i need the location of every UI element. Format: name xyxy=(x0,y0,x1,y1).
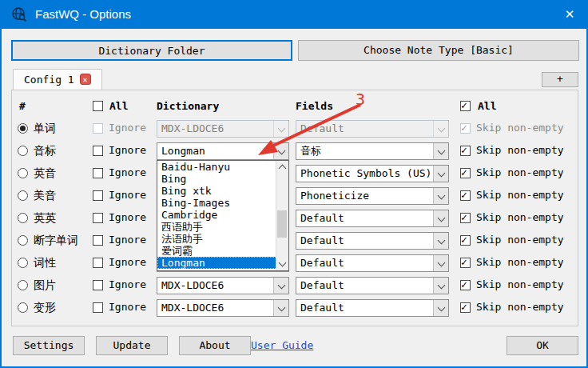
user-guide-link[interactable]: User Guide xyxy=(251,336,313,355)
dictionary-select[interactable]: MDX-LDOCE6 xyxy=(157,277,289,294)
column-header-dictionary: Dictionary xyxy=(157,100,219,112)
ignore-label: Ignore xyxy=(109,234,146,246)
skip-label: Skip non-empty xyxy=(476,166,564,178)
app-globe-search-icon xyxy=(11,6,27,22)
hyphenation-radio[interactable] xyxy=(18,235,28,246)
skip-checkbox[interactable] xyxy=(460,213,471,223)
row-label: 美音 xyxy=(34,189,56,203)
choose-note-type-button[interactable]: Choose Note Type [Basic] xyxy=(298,40,579,61)
skip-label: Skip non-empty xyxy=(476,256,564,268)
row-label: 图片 xyxy=(34,278,56,293)
dropdown-item-selected[interactable]: Longman xyxy=(157,257,288,269)
field-select[interactable]: Default xyxy=(296,299,449,317)
field-select[interactable]: Default xyxy=(296,210,449,227)
add-tab-button[interactable]: + xyxy=(542,72,578,87)
skip-label: Skip non-empty xyxy=(476,144,564,156)
update-button[interactable]: Update xyxy=(96,336,168,355)
dropdown-scrollbar[interactable] xyxy=(276,161,288,270)
scroll-down-icon[interactable] xyxy=(279,259,287,267)
dictionary-select[interactable]: MDX-LDOCE6 xyxy=(157,299,289,317)
en-def-radio[interactable] xyxy=(18,213,28,223)
skip-checkbox[interactable] xyxy=(460,190,471,201)
ignore-checkbox[interactable] xyxy=(93,258,103,268)
tab-config-1[interactable]: Config 1✕ xyxy=(13,69,102,90)
skip-label: Skip non-empty xyxy=(476,278,564,290)
word-radio[interactable] xyxy=(18,123,28,134)
skip-checkbox[interactable] xyxy=(460,302,471,313)
dropdown-item[interactable]: 西语助手 xyxy=(157,221,288,233)
table-row-inflection: 变形 Ignore MDX-LDOCE6 Default Skip non-em… xyxy=(2,299,588,317)
skip-checkbox[interactable] xyxy=(460,258,471,268)
field-select[interactable]: 音标 xyxy=(296,142,449,160)
ignore-checkbox[interactable] xyxy=(93,235,103,246)
field-select[interactable]: Default xyxy=(296,254,449,272)
dropdown-item[interactable]: 法语助手 xyxy=(157,233,288,245)
settings-button[interactable]: Settings xyxy=(13,336,85,355)
ignore-label: Ignore xyxy=(109,301,146,313)
ignore-label: Ignore xyxy=(109,144,146,156)
ignore-checkbox xyxy=(93,123,103,134)
column-header-all-right: All xyxy=(478,100,496,112)
ignore-label: Ignore xyxy=(109,211,146,223)
ok-button[interactable]: OK xyxy=(507,336,578,355)
table-row-pos: 词性 Ignore Default Skip non-empty xyxy=(2,254,588,272)
inflection-radio[interactable] xyxy=(18,302,28,313)
title-bar: FastWQ - Options ✕ xyxy=(0,0,588,29)
dropdown-item[interactable]: 爱词霸 xyxy=(157,245,288,257)
ignore-checkbox[interactable] xyxy=(93,168,103,178)
ignore-checkbox[interactable] xyxy=(93,190,103,201)
ignore-label: Ignore xyxy=(109,166,146,178)
ignore-checkbox[interactable] xyxy=(93,213,103,223)
all-skip-checkbox[interactable] xyxy=(460,101,471,111)
dictionary-select-open[interactable]: Longman xyxy=(157,142,289,160)
skip-label: Skip non-empty xyxy=(476,122,564,134)
skip-checkbox[interactable] xyxy=(460,235,471,246)
table-row-image: 图片 Ignore MDX-LDOCE6 Default Skip non-em… xyxy=(2,277,588,294)
column-header-fields: Fields xyxy=(296,100,333,112)
dropdown-item[interactable]: Cambridge xyxy=(157,209,288,221)
scrollbar-thumb[interactable] xyxy=(277,210,287,238)
table-row-us-sound: 美音 Ignore Phoneticize Skip non-empty xyxy=(2,187,588,205)
table-row-phonetic: 音标 Ignore Longman 音标 Skip non-empty xyxy=(2,142,588,160)
row-label: 变形 xyxy=(34,301,56,315)
skip-checkbox[interactable] xyxy=(460,146,471,156)
field-select[interactable]: Phoneticize xyxy=(296,187,449,205)
field-select[interactable]: Phonetic Symbols (US) xyxy=(296,165,449,182)
dropdown-item[interactable]: Bing xyxy=(157,173,288,185)
all-ignore-checkbox[interactable] xyxy=(93,101,103,111)
table-row-en-def: 英英 Ignore Default Skip non-empty xyxy=(2,210,588,227)
row-label: 英音 xyxy=(34,166,56,181)
dropdown-item[interactable]: Baidu-Hanyu xyxy=(157,161,288,173)
dictionary-folder-button[interactable]: Dictionary Folder xyxy=(11,40,292,61)
dropdown-item[interactable]: Bing-Images xyxy=(157,197,288,209)
skip-checkbox[interactable] xyxy=(460,168,471,178)
skip-checkbox[interactable] xyxy=(460,280,471,290)
column-header-all-left: All xyxy=(109,100,128,112)
scroll-up-icon[interactable] xyxy=(279,165,287,173)
phonetic-radio[interactable] xyxy=(18,146,28,156)
tab-close-icon[interactable]: ✕ xyxy=(80,74,91,85)
config-rows: 单词 Ignore MDX-LDOCE6 Default Skip non-em… xyxy=(2,120,588,322)
image-radio[interactable] xyxy=(18,280,28,290)
skip-label: Skip non-empty xyxy=(476,234,564,246)
ignore-checkbox[interactable] xyxy=(93,302,103,313)
ignore-label: Ignore xyxy=(109,122,146,134)
skip-label: Skip non-empty xyxy=(476,301,564,313)
window-title: FastWQ - Options xyxy=(35,0,131,29)
skip-label: Skip non-empty xyxy=(476,189,564,201)
pos-radio[interactable] xyxy=(18,258,28,268)
close-icon[interactable]: ✕ xyxy=(551,0,588,29)
column-header-hash: # xyxy=(19,100,26,112)
tab-label: Config 1 xyxy=(24,74,74,86)
uk-sound-radio[interactable] xyxy=(18,168,28,178)
options-dialog: FastWQ - Options ✕ Dictionary Folder Cho… xyxy=(0,0,588,368)
field-select[interactable]: Default xyxy=(296,232,449,250)
ignore-label: Ignore xyxy=(109,256,146,268)
ignore-checkbox[interactable] xyxy=(93,146,103,156)
field-select: Default xyxy=(296,120,449,138)
field-select[interactable]: Default xyxy=(296,277,449,294)
about-button[interactable]: About xyxy=(179,336,251,355)
us-sound-radio[interactable] xyxy=(18,190,28,201)
dropdown-item[interactable]: Bing xtk xyxy=(157,185,288,197)
ignore-checkbox[interactable] xyxy=(93,280,103,290)
